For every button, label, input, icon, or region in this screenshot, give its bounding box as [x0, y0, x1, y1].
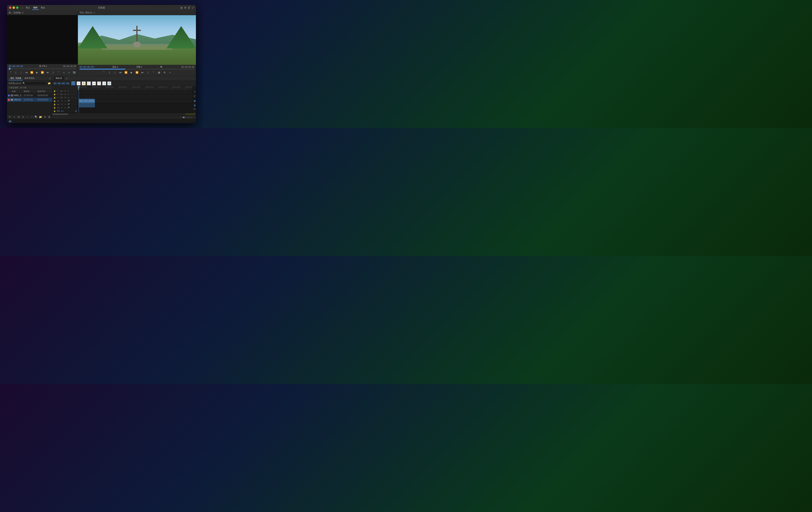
- source-step-next[interactable]: ⏩: [40, 71, 44, 75]
- share-icon[interactable]: ⬆: [184, 6, 186, 9]
- source-mark-in[interactable]: ⌃: [9, 71, 12, 75]
- zoom-in-btn[interactable]: +: [194, 116, 195, 118]
- video-clip[interactable]: A001_C037_0921FG: [79, 99, 95, 103]
- automate-btn[interactable]: —: [30, 115, 33, 119]
- a3-solo[interactable]: S: [64, 106, 66, 109]
- v3-solo[interactable]: S: [67, 89, 69, 92]
- program-panel-menu[interactable]: ≡: [93, 11, 95, 14]
- program-go-to-start[interactable]: ⏮: [118, 71, 122, 75]
- tab-media-browser[interactable]: 媒体浏览器: [23, 76, 36, 80]
- v3-lock[interactable]: 🔒: [53, 89, 56, 92]
- a1-mic[interactable]: 🎤: [67, 100, 69, 102]
- a3-lock[interactable]: 🔒: [53, 106, 56, 109]
- program-prev-frame[interactable]: {: [107, 71, 111, 75]
- v1-level-knob[interactable]: [194, 100, 196, 102]
- zoom-slider[interactable]: [181, 117, 192, 118]
- v1-sync[interactable]: ▸: [56, 96, 59, 99]
- a1-mute[interactable]: M: [61, 100, 63, 102]
- program-mark-out[interactable]: ⌃: [151, 71, 155, 75]
- v2-eye[interactable]: 👁: [64, 93, 66, 96]
- v2-sync[interactable]: ▸: [56, 93, 59, 96]
- source-overwrite[interactable]: ↙: [67, 71, 71, 75]
- a1-lock[interactable]: 🔒: [53, 100, 56, 102]
- source-go-to-end[interactable]: ⏭: [46, 71, 50, 75]
- a2-solo[interactable]: S: [64, 103, 66, 106]
- source-panel-menu[interactable]: ≡: [22, 11, 24, 14]
- tool-hand[interactable]: ✋: [82, 81, 86, 86]
- new-bin-btn[interactable]: 📂: [39, 115, 42, 119]
- project-search[interactable]: 🔍: [22, 82, 47, 85]
- list-view-btn[interactable]: ≡: [12, 115, 16, 119]
- new-item2-btn[interactable]: ⚙: [43, 115, 47, 119]
- delete-btn[interactable]: 🗑: [48, 115, 51, 119]
- link-btn[interactable]: 🔗: [107, 81, 112, 86]
- project-new-bin-btn[interactable]: 📁: [48, 82, 51, 85]
- mix-chain-btn[interactable]: ⛓: [75, 110, 77, 112]
- new-item-btn[interactable]: ✎: [8, 115, 11, 119]
- v2-solo[interactable]: S: [67, 93, 69, 96]
- list-item[interactable]: 🎞 序列 01 23.976 fps 00:00:00:00: [7, 98, 52, 102]
- mix-lock[interactable]: 🔒: [53, 110, 56, 112]
- source-step-back[interactable]: ⟨: [19, 71, 23, 75]
- project-menu-icon[interactable]: ≡: [49, 77, 51, 80]
- program-scrubber[interactable]: [80, 69, 194, 70]
- icon-view-btn[interactable]: ⊞: [17, 115, 20, 119]
- a1-solo[interactable]: S: [64, 100, 66, 102]
- a3-mic[interactable]: 🎤: [67, 106, 69, 109]
- scrollbar-thumb[interactable]: [52, 113, 68, 115]
- freeform-btn[interactable]: ⊡: [22, 115, 25, 119]
- source-scrubber-thumb[interactable]: [9, 68, 11, 70]
- zoom-slider-thumb[interactable]: [183, 116, 184, 118]
- tool-selection[interactable]: ↖: [71, 81, 76, 86]
- v2-lock[interactable]: 🔒: [53, 93, 56, 96]
- program-step-next[interactable]: ⏩: [135, 71, 139, 75]
- snap-btn[interactable]: ⌻: [102, 81, 107, 86]
- v1-solo[interactable]: S: [67, 96, 69, 99]
- a2-mic[interactable]: 🎤: [67, 103, 69, 106]
- v1-eye[interactable]: 👁: [64, 96, 66, 99]
- program-add[interactable]: +: [168, 71, 172, 75]
- a1-level-knob[interactable]: [194, 105, 196, 106]
- source-prev-frame[interactable]: {: [14, 71, 18, 75]
- tool-select[interactable]: ⬡: [87, 81, 91, 86]
- program-safe-margin[interactable]: ▦: [157, 71, 161, 75]
- fullscreen-icon[interactable]: ⤢: [192, 6, 194, 9]
- program-fit-selector[interactable]: 适合 ▾: [112, 65, 118, 68]
- source-insert[interactable]: ↘: [62, 71, 65, 75]
- program-play[interactable]: ▶: [129, 71, 134, 75]
- tool-pen[interactable]: ✏: [92, 81, 96, 86]
- menu-export[interactable]: 导出: [39, 6, 46, 10]
- sequence-settings-btn[interactable]: ○: [54, 116, 55, 118]
- timeline-scrollbar[interactable]: [52, 113, 196, 115]
- source-camera[interactable]: 📷: [72, 71, 76, 75]
- audio-clip-a1[interactable]: [79, 103, 95, 107]
- v1-lock[interactable]: 🔒: [53, 96, 56, 99]
- v3-eye[interactable]: 👁: [64, 89, 66, 92]
- tab-project[interactable]: 项目: 无标题: [9, 76, 23, 80]
- close-button[interactable]: [9, 6, 11, 9]
- source-next-frame[interactable]: }: [51, 71, 55, 75]
- timeline-menu-icon[interactable]: ≡: [66, 77, 67, 80]
- maximize-button[interactable]: [16, 6, 19, 9]
- sort-btn[interactable]: ○: [26, 115, 29, 119]
- program-mark-in[interactable]: ⌃: [102, 71, 106, 75]
- tool-text[interactable]: T: [97, 81, 101, 86]
- list-item[interactable]: 🎬 A001_C037_0921FG_001.m 23.976 fps 00:0…: [7, 93, 52, 98]
- minimize-button[interactable]: [12, 6, 15, 9]
- source-step-prev[interactable]: ⏪: [30, 71, 34, 75]
- sequence-tab[interactable]: 序列 01: [54, 77, 64, 80]
- a2-lock[interactable]: 🔒: [53, 103, 56, 106]
- expand-icon[interactable]: ⊞: [180, 6, 182, 9]
- home-icon[interactable]: ⌂: [22, 6, 23, 9]
- source-go-to-start[interactable]: ⏮: [25, 71, 28, 75]
- source-mark-out[interactable]: ⌃: [56, 71, 60, 75]
- menu-import[interactable]: 导入: [25, 6, 31, 10]
- program-step-prev[interactable]: ⏪: [124, 71, 128, 75]
- program-settings[interactable]: ⚙: [163, 71, 167, 75]
- source-scrubber[interactable]: [9, 68, 76, 69]
- list-icon[interactable]: ☰: [188, 6, 190, 9]
- program-step-back[interactable]: ⟨: [113, 71, 117, 75]
- a2-mute[interactable]: M: [61, 103, 63, 106]
- program-complete-selector[interactable]: 完整 ▾: [136, 65, 142, 68]
- tool-razor[interactable]: ✂: [77, 81, 81, 86]
